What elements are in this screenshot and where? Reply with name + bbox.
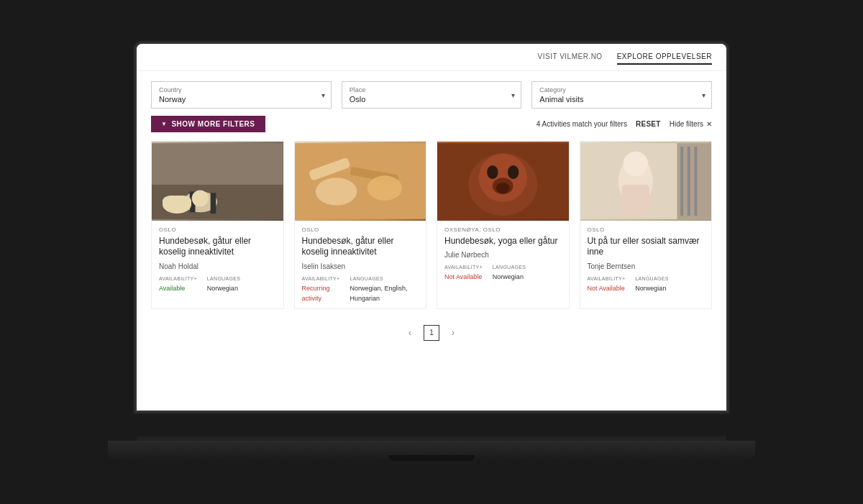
languages-value-3: Norwegian bbox=[493, 273, 524, 280]
nav-visit[interactable]: VISIT VILMER.NO bbox=[538, 52, 603, 65]
country-value: Norway bbox=[159, 95, 324, 104]
languages-4: LANGUAGES Norwegian bbox=[635, 276, 668, 293]
laptop-notch bbox=[388, 455, 475, 461]
show-more-filters-button[interactable]: ▼ SHOW MORE FILTERS bbox=[151, 116, 265, 132]
category-value: Animal visits bbox=[539, 95, 704, 104]
languages-value-1: Norwegian bbox=[207, 285, 238, 292]
languages-label-3: LANGUAGES bbox=[493, 265, 526, 270]
place-arrow-icon: ▾ bbox=[511, 91, 515, 98]
card-body-1: OSLO Hundebesøk, gåtur eller koselig inn… bbox=[152, 221, 283, 298]
languages-label-4: LANGUAGES bbox=[635, 276, 668, 281]
app-content: VISIT VILMER.NO EXPLORE OPPLEVELSER Coun… bbox=[137, 44, 726, 411]
card-author-3: Julie Nørbech bbox=[444, 251, 562, 259]
filter-row-2: ▼ SHOW MORE FILTERS 4 Activities match y… bbox=[151, 116, 712, 132]
svg-point-15 bbox=[508, 165, 519, 178]
country-arrow-icon: ▾ bbox=[321, 91, 325, 98]
place-label: Place bbox=[350, 86, 514, 93]
next-page-button[interactable]: › bbox=[445, 325, 461, 341]
availability-label-4: AVAILABILITY+ bbox=[588, 276, 626, 281]
show-more-label: SHOW MORE FILTERS bbox=[171, 120, 255, 128]
country-label: Country bbox=[159, 86, 324, 93]
card-title-3: Hundebesøk, yoga eller gåtur bbox=[444, 236, 562, 247]
activity-card-4[interactable]: OSLO Ut på tur eller sosialt samvær inne… bbox=[580, 141, 713, 309]
card-author-1: Noah Holdal bbox=[159, 262, 276, 270]
languages-2: LANGUAGES Norwegian, English, Hungarian bbox=[350, 276, 419, 303]
availability-value-3: Not Available bbox=[444, 273, 482, 280]
svg-rect-4 bbox=[211, 193, 216, 214]
card-meta-3: AVAILABILITY+ Not Available LANGUAGES No… bbox=[444, 265, 562, 281]
card-body-3: OXSENØYA, OSLO Hundebesøk, yoga eller gå… bbox=[437, 221, 569, 288]
filters-section: Country Norway ▾ Place Oslo ▾ Category A… bbox=[137, 71, 726, 132]
svg-point-24 bbox=[623, 151, 648, 176]
card-image-2 bbox=[295, 142, 426, 221]
result-count: 4 Activities match your filters bbox=[536, 120, 627, 128]
availability-3: AVAILABILITY+ Not Available bbox=[444, 265, 483, 281]
filter-dropdowns: Country Norway ▾ Place Oslo ▾ Category A… bbox=[151, 81, 712, 109]
svg-point-5 bbox=[192, 190, 209, 206]
hide-filters-label: Hide filters bbox=[670, 120, 703, 128]
card-meta-4: AVAILABILITY+ Not Available LANGUAGES No… bbox=[588, 276, 705, 293]
availability-1: AVAILABILITY+ Available bbox=[159, 276, 197, 293]
cards-grid: OSLO Hundebesøk, gåtur eller koselig inn… bbox=[137, 141, 726, 319]
laptop-base bbox=[108, 441, 755, 461]
availability-label-1: AVAILABILITY+ bbox=[159, 276, 197, 281]
availability-2: AVAILABILITY+ Recurring activity bbox=[302, 276, 340, 303]
card-location-3: OXSENØYA, OSLO bbox=[444, 226, 562, 233]
languages-1: LANGUAGES Norwegian bbox=[207, 276, 240, 293]
svg-point-10 bbox=[367, 175, 401, 201]
svg-rect-20 bbox=[680, 146, 683, 215]
card-title-1: Hundebesøk, gåtur eller koselig inneakti… bbox=[159, 236, 276, 258]
place-filter[interactable]: Place Oslo ▾ bbox=[342, 81, 522, 109]
activity-card-2[interactable]: OSLO Hundebesøk, gåtur eller koselig inn… bbox=[294, 141, 427, 309]
svg-rect-22 bbox=[694, 146, 697, 215]
prev-page-button[interactable]: ‹ bbox=[402, 325, 418, 341]
card-meta-1: AVAILABILITY+ Available LANGUAGES Norweg… bbox=[159, 276, 276, 293]
reset-button[interactable]: RESET bbox=[636, 120, 661, 128]
pagination: ‹ 1 › bbox=[137, 319, 726, 351]
header-nav: VISIT VILMER.NO EXPLORE OPPLEVELSER bbox=[137, 44, 726, 71]
hide-filters-button[interactable]: Hide filters ✕ bbox=[670, 120, 712, 128]
languages-value-4: Norwegian bbox=[635, 285, 666, 292]
availability-label-2: AVAILABILITY+ bbox=[302, 276, 340, 281]
close-icon: ✕ bbox=[706, 120, 712, 128]
svg-rect-25 bbox=[621, 184, 649, 215]
show-more-arrow-icon: ▼ bbox=[161, 121, 167, 127]
place-value: Oslo bbox=[350, 95, 514, 104]
category-label: Category bbox=[539, 86, 704, 93]
svg-point-14 bbox=[487, 165, 498, 178]
svg-point-9 bbox=[315, 178, 357, 205]
nav-explore[interactable]: EXPLORE OPPLEVELSER bbox=[617, 52, 712, 65]
svg-point-17 bbox=[496, 182, 510, 193]
card-body-2: OSLO Hundebesøk, gåtur eller koselig inn… bbox=[295, 221, 426, 308]
card-author-4: Tonje Berntsen bbox=[588, 262, 705, 270]
languages-3: LANGUAGES Norwegian bbox=[493, 265, 526, 281]
languages-value-2: Norwegian, English, Hungarian bbox=[350, 285, 408, 302]
availability-value-4: Not Available bbox=[588, 285, 625, 292]
category-arrow-icon: ▾ bbox=[702, 91, 706, 98]
activity-card-3[interactable]: OXSENØYA, OSLO Hundebesøk, yoga eller gå… bbox=[437, 141, 570, 309]
card-image-3 bbox=[437, 142, 569, 221]
availability-value-1: Available bbox=[159, 285, 185, 292]
country-filter[interactable]: Country Norway ▾ bbox=[151, 81, 332, 109]
card-title-2: Hundebesøk, gåtur eller koselig inneakti… bbox=[302, 236, 419, 258]
availability-4: AVAILABILITY+ Not Available bbox=[588, 276, 626, 293]
category-filter[interactable]: Category Animal visits ▾ bbox=[531, 81, 712, 109]
card-title-4: Ut på tur eller sosialt samvær inne bbox=[588, 236, 705, 258]
page-1-button[interactable]: 1 bbox=[424, 325, 439, 341]
availability-value-2: Recurring activity bbox=[302, 285, 330, 302]
laptop-screen: VISIT VILMER.NO EXPLORE OPPLEVELSER Coun… bbox=[137, 44, 726, 411]
activity-card-1[interactable]: OSLO Hundebesøk, gåtur eller koselig inn… bbox=[151, 141, 284, 309]
card-meta-2: AVAILABILITY+ Recurring activity LANGUAG… bbox=[302, 276, 419, 303]
card-location-1: OSLO bbox=[159, 226, 276, 233]
availability-label-3: AVAILABILITY+ bbox=[444, 265, 483, 270]
card-author-2: Iselin Isaksen bbox=[302, 262, 419, 270]
card-location-2: OSLO bbox=[302, 226, 419, 233]
card-body-4: OSLO Ut på tur eller sosialt samvær inne… bbox=[580, 221, 712, 298]
languages-label-1: LANGUAGES bbox=[207, 276, 240, 281]
card-image-4 bbox=[580, 142, 712, 221]
svg-rect-6 bbox=[295, 143, 426, 219]
filter-status: 4 Activities match your filters RESET Hi… bbox=[536, 120, 712, 128]
languages-label-2: LANGUAGES bbox=[350, 276, 419, 281]
laptop-frame: VISIT VILMER.NO EXPLORE OPPLEVELSER Coun… bbox=[108, 44, 755, 461]
card-location-4: OSLO bbox=[588, 226, 705, 233]
